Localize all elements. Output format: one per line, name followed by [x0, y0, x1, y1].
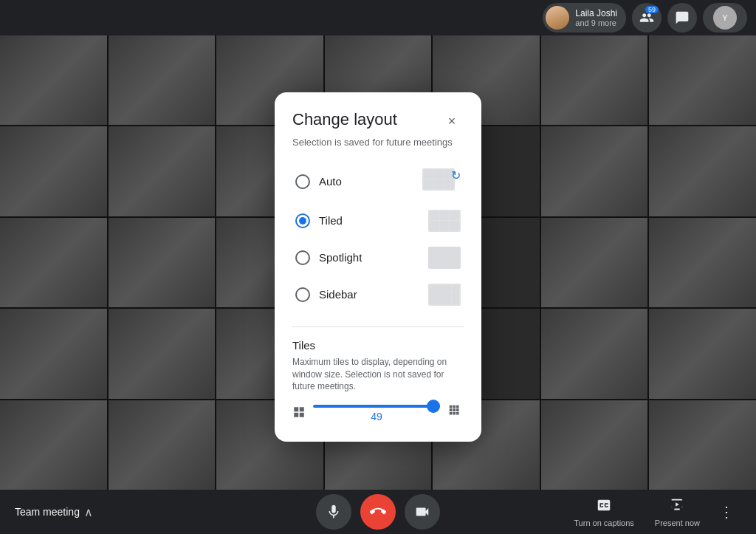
tiles-title: Tiles [292, 339, 464, 352]
tiles-desc: Maximum tiles to display, depending on w… [292, 356, 464, 393]
radio-auto [295, 174, 310, 189]
modal-title: Change layout [292, 110, 397, 129]
layout-option-spotlight[interactable]: Spotlight [292, 241, 464, 275]
thumb-auto: ↻ [422, 168, 461, 195]
grid-small-icon [292, 405, 306, 422]
layout-option-auto[interactable]: Auto ↻ [292, 162, 464, 201]
radio-sidebar [295, 287, 310, 302]
tiles-section: Tiles Maximum tiles to display, dependin… [292, 326, 464, 424]
thumb-tiled [428, 210, 461, 232]
slider-track [313, 405, 440, 408]
grid-large-icon [447, 403, 464, 424]
modal-overlay: Change layout × Selection is saved for f… [0, 0, 756, 534]
tiles-slider-wrap: 49 [313, 405, 440, 422]
layout-label-spotlight: Spotlight [319, 251, 362, 264]
layout-option-tiled-left: Tiled [295, 213, 343, 228]
modal-subtitle: Selection is saved for future meetings [292, 137, 464, 148]
tiles-slider[interactable] [313, 405, 440, 408]
radio-tiled [295, 213, 310, 228]
layout-options: Auto ↻ [292, 162, 464, 312]
layout-label-auto: Auto [319, 175, 342, 188]
layout-label-sidebar: Sidebar [319, 288, 357, 301]
modal-close-button[interactable]: × [440, 110, 464, 134]
layout-option-sidebar[interactable]: Sidebar [292, 278, 464, 312]
layout-option-spotlight-left: Spotlight [295, 250, 362, 265]
layout-label-tiled: Tiled [319, 214, 343, 227]
radio-spotlight [295, 250, 310, 265]
tiles-slider-row: 49 [292, 403, 464, 424]
thumb-sidebar [428, 284, 461, 306]
slider-thumb[interactable] [427, 400, 440, 413]
layout-option-sidebar-left: Sidebar [295, 287, 357, 302]
layout-option-auto-left: Auto [295, 174, 342, 189]
radio-tiled-inner [299, 217, 306, 225]
slider-value: 49 [313, 411, 440, 422]
thumb-spotlight [428, 247, 461, 269]
modal-header: Change layout × [292, 110, 464, 134]
thumb-auto-grid [422, 168, 455, 191]
refresh-icon: ↻ [451, 168, 461, 182]
layout-option-tiled[interactable]: Tiled [292, 204, 464, 238]
change-layout-modal: Change layout × Selection is saved for f… [275, 92, 481, 442]
